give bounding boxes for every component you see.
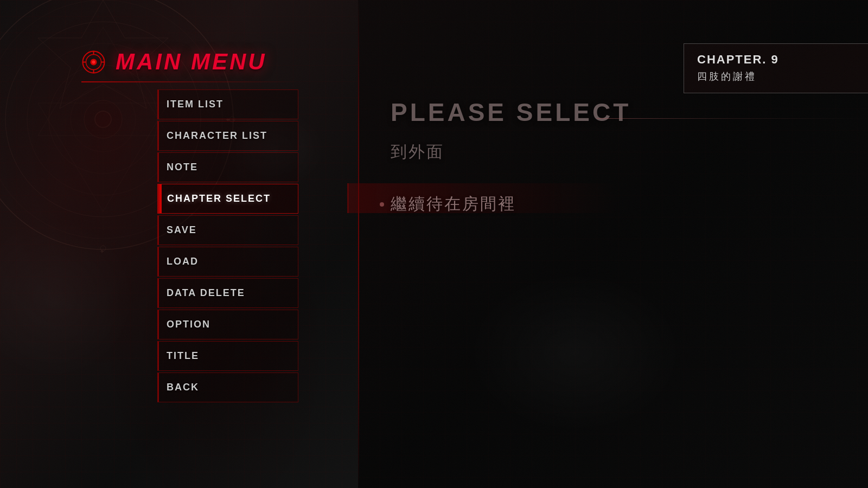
menu-item-load[interactable]: LOAD	[157, 247, 298, 277]
chapter-option-wait-in-room[interactable]: 繼續待在房間裡	[380, 193, 516, 215]
please-select-line	[597, 118, 868, 119]
menu-item-label-chapter-select: CHAPTER SELECT	[167, 193, 271, 204]
menu-item-label-character-list: CHARACTER LIST	[167, 130, 267, 142]
svg-point-27	[92, 60, 95, 63]
menu-item-chapter-select[interactable]: CHAPTER SELECT	[157, 184, 298, 214]
menu-item-item-list[interactable]: ITEM LIST	[157, 89, 298, 119]
menu-item-label-data-delete: DATA DELETE	[167, 287, 245, 299]
menu-item-title[interactable]: TITLE	[157, 341, 298, 371]
menu-item-label-note: NOTE	[167, 162, 198, 173]
svg-text:✦: ✦	[99, 248, 105, 255]
please-select-title: PLEASE SELECT	[391, 98, 631, 126]
texture-spot-r1	[467, 271, 684, 434]
panel-divider	[358, 0, 359, 488]
menu-item-label-load: LOAD	[167, 256, 199, 267]
menu-icon	[81, 50, 106, 74]
please-select-section: PLEASE SELECT	[391, 98, 631, 127]
menu-item-option[interactable]: OPTION	[157, 310, 298, 339]
menu-item-label-option: OPTION	[167, 319, 210, 330]
menu-header: MAIN MENU	[81, 49, 267, 75]
menu-item-label-save: SAVE	[167, 224, 197, 236]
menu-item-back[interactable]: BACK	[157, 373, 298, 402]
chapter-subtitle: 四肢的謝禮	[697, 70, 855, 83]
menu-item-label-title: TITLE	[167, 350, 199, 362]
menu-header-underline	[81, 81, 298, 82]
svg-point-22	[95, 111, 111, 127]
chapter-options-list: 到外面繼續待在房間裡	[380, 141, 516, 245]
chapter-option-outside[interactable]: 到外面	[380, 141, 516, 163]
svg-text:✦: ✦	[99, 0, 105, 1]
menu-item-note[interactable]: NOTE	[157, 152, 298, 182]
chapter-number: CHAPTER. 9	[697, 53, 855, 67]
menu-item-character-list[interactable]: CHARACTER LIST	[157, 121, 298, 151]
menu-item-label-item-list: ITEM LIST	[167, 99, 224, 110]
menu-item-label-back: BACK	[167, 382, 199, 393]
menu-item-data-delete[interactable]: DATA DELETE	[157, 278, 298, 308]
menu-item-save[interactable]: SAVE	[157, 215, 298, 245]
menu-items-container: ITEM LISTCHARACTER LISTNOTECHAPTER SELEC…	[157, 89, 298, 404]
menu-title: MAIN MENU	[116, 49, 267, 75]
chapter-info-box: CHAPTER. 9 四肢的謝禮	[684, 43, 868, 93]
